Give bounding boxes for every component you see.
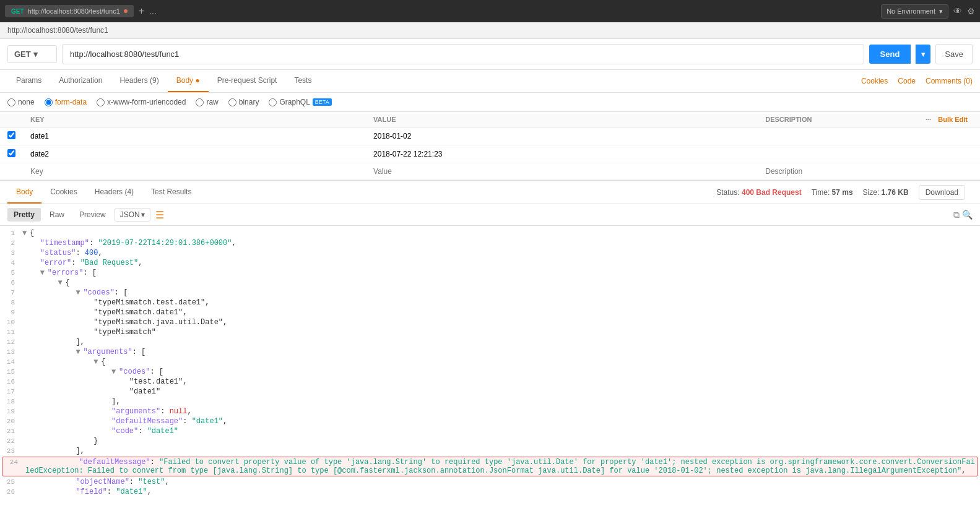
line-content: ▼ "errors": [ — [22, 269, 980, 277]
dots-button[interactable]: ··· — [926, 116, 931, 123]
placeholder-key-input[interactable] — [30, 167, 358, 176]
request-bar: GET ▾ Send ▾ Save — [0, 39, 980, 70]
collapse-arrow[interactable]: ▼ — [76, 348, 83, 356]
line-number: 7 — [0, 288, 22, 296]
send-button[interactable]: Send — [869, 45, 911, 64]
collapse-arrow[interactable]: ▼ — [93, 358, 101, 366]
form-table-container: KEY VALUE DESCRIPTION ··· Bulk Edit — [0, 112, 980, 181]
send-dropdown-button[interactable]: ▾ — [916, 45, 930, 64]
search-icon[interactable]: 🔍 — [962, 210, 973, 220]
collapse-arrow[interactable]: ▼ — [22, 229, 30, 238]
line-number: 9 — [0, 308, 22, 316]
env-dropdown[interactable]: No Environment ▾ — [881, 4, 948, 19]
line-content: ], — [22, 397, 980, 406]
json-line: 6 ▼ { — [0, 278, 980, 288]
resp-tab-test-results[interactable]: Test Results — [142, 181, 200, 204]
json-line: 3 "status": 400, — [0, 248, 980, 258]
line-content: "code": "date1" — [22, 427, 980, 436]
line-number: 15 — [0, 368, 22, 376]
json-line: 5 ▼ "errors": [ — [0, 268, 980, 278]
line-content: "typeMismatch" — [22, 328, 980, 337]
row2-value-input[interactable] — [373, 150, 750, 158]
json-line: 20 "defaultMessage": "date1", — [0, 416, 980, 426]
table-row-placeholder — [0, 163, 980, 180]
save-button[interactable]: Save — [935, 44, 973, 64]
url-input[interactable] — [62, 44, 864, 64]
line-content: ▼ "codes": [ — [22, 368, 980, 376]
request-tab[interactable]: GET http://localhost:8080/test/func1 — [5, 5, 134, 17]
line-content: "defaultMessage": "date1", — [22, 417, 980, 426]
download-button[interactable]: Download — [919, 185, 965, 200]
placeholder-desc-input[interactable] — [765, 167, 911, 176]
more-tabs-button[interactable]: ... — [149, 6, 157, 16]
line-number: 2 — [0, 239, 22, 247]
collapse-arrow[interactable]: ▼ — [111, 368, 119, 376]
add-tab-button[interactable]: + — [139, 6, 144, 17]
status-value: 400 Bad Request — [742, 188, 802, 197]
json-line: 26 "field": "date1", — [0, 487, 980, 495]
json-line: 21 "code": "date1" — [0, 426, 980, 436]
line-number: 11 — [0, 328, 22, 336]
raw-button[interactable]: Raw — [43, 208, 71, 221]
placeholder-value-input[interactable] — [373, 167, 750, 176]
line-content: ▼ "arguments": [ — [22, 348, 980, 356]
bulk-edit-button[interactable]: Bulk Edit — [938, 116, 968, 123]
tab-headers[interactable]: Headers (9) — [111, 70, 167, 92]
pretty-button[interactable]: Pretty — [7, 208, 41, 221]
filter-icon[interactable]: ☰ — [155, 209, 164, 221]
option-raw[interactable]: raw — [196, 98, 218, 106]
copy-icon[interactable]: ⧉ — [953, 210, 960, 220]
resp-tab-body[interactable]: Body — [7, 181, 41, 204]
tab-params[interactable]: Params — [7, 70, 50, 92]
chevron-down-icon: ▾ — [939, 7, 943, 15]
tab-body[interactable]: Body ● — [168, 70, 209, 92]
line-content: "test.date1", — [22, 377, 980, 386]
json-line: 22 } — [0, 436, 980, 446]
tabs-right: Cookies Code Comments (0) — [861, 77, 973, 85]
line-content: "error": "Bad Request", — [22, 259, 980, 267]
comments-link[interactable]: Comments (0) — [926, 77, 973, 85]
option-form-data[interactable]: form-data — [45, 98, 87, 106]
method-select[interactable]: GET ▾ — [7, 45, 57, 63]
row1-value-input[interactable] — [373, 132, 750, 140]
line-number: 4 — [0, 259, 22, 267]
tab-authorization[interactable]: Authorization — [50, 70, 111, 92]
option-urlencoded[interactable]: x-www-form-urlencoded — [97, 98, 186, 106]
line-number: 6 — [0, 278, 22, 286]
collapse-arrow[interactable]: ▼ — [58, 278, 66, 287]
collapse-arrow[interactable]: ▼ — [40, 269, 48, 277]
env-selector: No Environment ▾ 👁 ⚙ — [881, 4, 975, 19]
resp-tab-cookies[interactable]: Cookies — [41, 181, 85, 204]
url-label-row: http://localhost:8080/test/func1 — [0, 22, 980, 39]
line-number: 23 — [0, 447, 22, 455]
row1-key-input[interactable] — [30, 132, 358, 140]
json-line: 12 ], — [0, 337, 980, 347]
tab-method-badge: GET — [11, 8, 24, 15]
json-format-select[interactable]: JSON ▾ — [115, 208, 150, 221]
eye-icon[interactable]: 👁 — [953, 6, 962, 16]
line-content: } — [22, 437, 980, 445]
option-binary[interactable]: binary — [228, 98, 259, 106]
tab-pre-request[interactable]: Pre-request Script — [209, 70, 286, 92]
line-content: ▼ "codes": [ — [22, 288, 980, 297]
row1-checkbox[interactable] — [7, 131, 15, 139]
resp-tab-headers[interactable]: Headers (4) — [86, 181, 142, 204]
line-content: "arguments": null, — [22, 407, 980, 416]
json-line: 7 ▼ "codes": [ — [0, 288, 980, 298]
option-none[interactable]: none — [7, 98, 35, 106]
code-link[interactable]: Code — [898, 77, 916, 85]
request-url-label: http://localhost:8080/test/func1 — [7, 26, 108, 35]
row2-key-input[interactable] — [30, 150, 358, 158]
method-value: GET — [14, 49, 31, 59]
tab-tests[interactable]: Tests — [285, 70, 320, 92]
size-value: 1.76 KB — [882, 188, 909, 197]
row2-checkbox[interactable] — [7, 149, 15, 157]
collapse-arrow[interactable]: ▼ — [76, 288, 83, 297]
col-checkbox — [0, 112, 23, 127]
preview-button[interactable]: Preview — [73, 208, 112, 221]
cookies-link[interactable]: Cookies — [861, 77, 888, 85]
body-options: none form-data x-www-form-urlencoded raw… — [0, 93, 980, 112]
line-number: 8 — [0, 298, 22, 306]
gear-icon[interactable]: ⚙ — [967, 6, 975, 16]
option-graphql[interactable]: GraphQL BETA — [269, 98, 331, 106]
